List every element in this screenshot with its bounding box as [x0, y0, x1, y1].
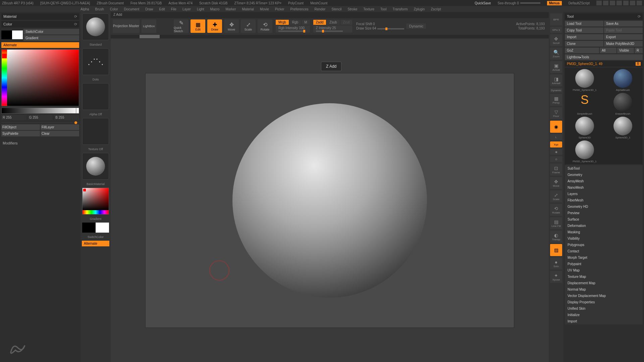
fill-layer-button[interactable]: FillLayer	[41, 124, 79, 130]
alternate-button[interactable]: Alternate	[1, 42, 79, 48]
edit-button[interactable]: ▦Edit	[191, 19, 205, 33]
r-button[interactable]: R	[635, 48, 643, 53]
minimize-button[interactable]	[623, 1, 629, 5]
switch-color-button[interactable]: SwitchColor	[23, 29, 79, 35]
aahalf-button[interactable]: ◨AAHalf	[550, 74, 562, 86]
lightbox-button[interactable]: LightBox	[142, 19, 156, 33]
floor-button[interactable]: ▽Floor	[550, 107, 562, 119]
menu-material[interactable]: Material	[242, 7, 254, 11]
accordion-normal-map[interactable]: Normal Map	[565, 286, 643, 293]
rgb-intensity-slider[interactable]: Rgb Intensity 100	[276, 25, 310, 33]
mrgb-button[interactable]: Mrgb	[276, 20, 289, 25]
accordion-polypaint[interactable]: Polypaint	[565, 261, 643, 267]
linefill-button[interactable]: ▤Line Fill	[550, 217, 562, 229]
accordion-surface[interactable]: Surface	[565, 216, 643, 223]
goz-all-button[interactable]: All	[600, 48, 616, 53]
accordion-layers[interactable]: Layers	[565, 191, 643, 197]
zoom-button[interactable]: 🔍Zoom	[550, 48, 562, 60]
timeline[interactable]	[111, 35, 549, 38]
quick-sketch-button[interactable]: ✎Quick Sketch	[174, 19, 189, 33]
window-btn-4[interactable]	[616, 1, 622, 5]
close-button[interactable]	[637, 1, 642, 5]
clone-button[interactable]: Clone	[565, 41, 603, 47]
rgb-button[interactable]: Rgb	[289, 20, 301, 25]
accordion-uv-map[interactable]: UV Map	[565, 267, 643, 274]
menu-document[interactable]: Document	[124, 7, 140, 11]
tool-header[interactable]: Tool⟳	[565, 13, 643, 20]
default-script[interactable]: DefaultZScript	[569, 1, 590, 5]
refresh-icon[interactable]: ⟳	[74, 22, 77, 26]
menu-picker[interactable]: Picker	[275, 7, 284, 11]
sphere-mesh[interactable]	[232, 103, 427, 298]
menu-stroke[interactable]: Stroke	[347, 7, 357, 11]
texture-selector[interactable]	[82, 118, 109, 145]
window-btn-1[interactable]	[596, 1, 602, 5]
accordion-geometry-hd[interactable]: Geometry HD	[565, 203, 643, 210]
accordion-masking[interactable]: Masking	[565, 229, 643, 235]
z-intensity-slider[interactable]: Z Intensity 25	[313, 25, 352, 33]
accordion-texture-map[interactable]: Texture Map	[565, 274, 643, 280]
goz-visible-button[interactable]: Visible	[617, 48, 634, 53]
draw-button[interactable]: ✚Draw	[207, 19, 222, 33]
scale-button[interactable]: ⤢Scale	[550, 190, 562, 202]
rotate-button[interactable]: ⟲Rotate	[550, 204, 562, 216]
maximize-button[interactable]	[630, 1, 635, 5]
menu-transform[interactable]: Transform	[392, 7, 408, 11]
tool-name[interactable]: PM3D_Sphere3D_1. 49R	[565, 61, 643, 67]
accordion-subtool[interactable]: SubTool	[565, 165, 643, 172]
mini-color-picker[interactable]	[82, 188, 109, 215]
make-polymesh-button[interactable]: Make PolyMesh3D	[604, 41, 643, 47]
menu-draw[interactable]: Draw	[145, 7, 153, 11]
tool-thumb[interactable]: PM3D_Sphere3D_1	[566, 69, 603, 92]
g-value[interactable]: G 255	[28, 115, 53, 120]
tool-thumb[interactable]: AlphaBrush	[604, 69, 641, 92]
value-slider[interactable]	[1, 108, 79, 114]
frame-button[interactable]: ⊡Frame	[550, 164, 562, 176]
scroll-button[interactable]: ✥Scroll	[550, 34, 562, 46]
material-header[interactable]: Material⟳	[1, 13, 79, 20]
menu-edit[interactable]: Edit	[159, 7, 165, 11]
alternate-button[interactable]: Alternate	[82, 241, 109, 246]
menu-layer[interactable]: Layer	[182, 7, 191, 11]
tool-thumb[interactable]: EraserBrush	[604, 93, 641, 115]
menu-brush[interactable]: Brush	[95, 7, 104, 11]
m-button[interactable]: M	[302, 20, 310, 25]
alpha-selector[interactable]	[82, 83, 109, 110]
draw-size-slider[interactable]: Draw Size 64	[356, 26, 404, 30]
accordion-fibermesh[interactable]: FiberMesh	[565, 197, 643, 203]
xyz-button[interactable]: Xyz	[550, 141, 562, 147]
accordion-deformation[interactable]: Deformation	[565, 223, 643, 229]
projection-master-button[interactable]: Projection Master	[113, 19, 140, 33]
sys-palette-button[interactable]: SysPalette	[1, 131, 40, 136]
tool-thumb[interactable]: SSimpleBrush	[566, 93, 603, 115]
r-value[interactable]: R 255	[1, 115, 26, 120]
save-as-button[interactable]: Save As	[604, 21, 643, 26]
quicksave-button[interactable]: QuickSave	[475, 1, 491, 5]
window-btn-2[interactable]	[603, 1, 608, 5]
menu-file[interactable]: File	[171, 7, 176, 11]
menu-zscript[interactable]: Zscript	[431, 7, 441, 11]
menu-stencil[interactable]: Stencil	[331, 7, 341, 11]
export-button[interactable]: Export	[604, 34, 643, 40]
accordion-morph-target[interactable]: Morph Target	[565, 254, 643, 261]
accordion-preview[interactable]: Preview	[565, 210, 643, 216]
see-through-slider[interactable]: See-through 0	[498, 1, 540, 5]
menu-render[interactable]: Render	[315, 7, 326, 11]
ghost-button[interactable]: ▨	[550, 244, 562, 256]
menu-texture[interactable]: Texture	[363, 7, 374, 11]
lightbox-tools-button[interactable]: Lightbox▸Tools	[565, 54, 643, 60]
menu-zplugin[interactable]: Zplugin	[414, 7, 425, 11]
menu-light[interactable]: Light	[197, 7, 204, 11]
accordion-geometry[interactable]: Geometry	[565, 172, 643, 178]
zsub-button[interactable]: Zsub	[327, 20, 339, 25]
color-swatch[interactable]	[1, 31, 23, 39]
move-button[interactable]: ✥Move	[224, 19, 239, 33]
dynamic-button[interactable]: Dynamic	[406, 23, 426, 29]
actual-button[interactable]: ▣Actual	[550, 61, 562, 73]
tool-thumb[interactable]: PM3D_Sphere3D_1	[566, 140, 603, 163]
fill-object-button[interactable]: FillObject	[1, 124, 40, 130]
transp-button[interactable]: ◐Transp	[550, 231, 562, 243]
canvas[interactable]: Z Add	[111, 39, 549, 362]
goz-button[interactable]: GoZ	[565, 48, 599, 53]
local-button[interactable]: ◉	[550, 121, 562, 133]
